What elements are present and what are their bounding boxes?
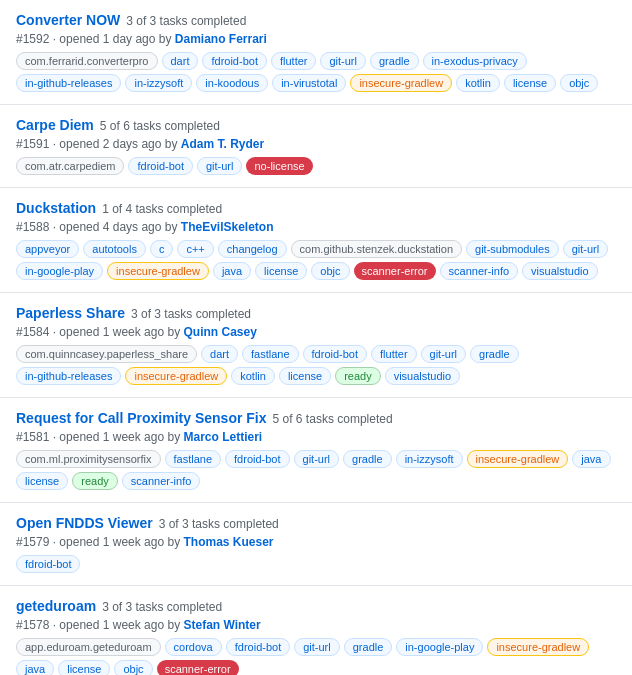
tag-fdroid-bot[interactable]: fdroid-bot: [16, 555, 80, 573]
author-link[interactable]: Adam T. Ryder: [181, 137, 264, 151]
tag-visualstudio[interactable]: visualstudio: [385, 367, 460, 385]
tag-objc[interactable]: objc: [311, 262, 349, 280]
tag-git-url[interactable]: git-url: [294, 450, 340, 468]
tag-fdroid-bot[interactable]: fdroid-bot: [303, 345, 367, 363]
issue-title[interactable]: geteduroam: [16, 598, 96, 614]
tag-flutter[interactable]: flutter: [371, 345, 417, 363]
tag-cordova[interactable]: cordova: [165, 638, 222, 656]
tags-container: appveyorautotoolscc++changelogcom.github…: [16, 240, 616, 280]
tag-appveyor[interactable]: appveyor: [16, 240, 79, 258]
issue-item-paperless-share: Paperless Share3 of 3 tasks completed#15…: [0, 293, 632, 398]
tag-git-url[interactable]: git-url: [421, 345, 467, 363]
tag-license[interactable]: license: [16, 472, 68, 490]
tag-in-github-releases[interactable]: in-github-releases: [16, 74, 121, 92]
tag-fdroid-bot[interactable]: fdroid-bot: [226, 638, 290, 656]
tag-autotools[interactable]: autotools: [83, 240, 146, 258]
tag-git-submodules[interactable]: git-submodules: [466, 240, 559, 258]
tag-flutter[interactable]: flutter: [271, 52, 317, 70]
tag-insecure-gradlew[interactable]: insecure-gradlew: [350, 74, 452, 92]
author-link[interactable]: Damiano Ferrari: [175, 32, 267, 46]
tag-com-ml-proximitysensorfix[interactable]: com.ml.proximitysensorfix: [16, 450, 161, 468]
tag-gradle[interactable]: gradle: [343, 450, 392, 468]
tag-in-virustotal[interactable]: in-virustotal: [272, 74, 346, 92]
tag-c--[interactable]: c++: [177, 240, 213, 258]
issue-title[interactable]: Carpe Diem: [16, 117, 94, 133]
tag-dart[interactable]: dart: [201, 345, 238, 363]
tag-fdroid-bot[interactable]: fdroid-bot: [128, 157, 192, 175]
tag-git-url[interactable]: git-url: [197, 157, 243, 175]
author-link[interactable]: Marco Lettieri: [183, 430, 262, 444]
issue-title[interactable]: Converter NOW: [16, 12, 120, 28]
author-link[interactable]: Thomas Kueser: [183, 535, 273, 549]
tag-java[interactable]: java: [572, 450, 610, 468]
tag-in-izzysoft[interactable]: in-izzysoft: [125, 74, 192, 92]
issue-meta: #1592 · opened 1 day ago by Damiano Ferr…: [16, 32, 616, 46]
author-link[interactable]: Stefan Winter: [183, 618, 260, 632]
tag-app-eduroam-geteduroam[interactable]: app.eduroam.geteduroam: [16, 638, 161, 656]
tag-objc[interactable]: objc: [560, 74, 598, 92]
tags-container: fdroid-bot: [16, 555, 616, 573]
tag-objc[interactable]: objc: [114, 660, 152, 675]
tag-git-url[interactable]: git-url: [320, 52, 366, 70]
issue-item-open-fndds-viewer: Open FNDDS Viewer3 of 3 tasks completed#…: [0, 503, 632, 586]
tag-kotlin[interactable]: kotlin: [231, 367, 275, 385]
tag-gradle[interactable]: gradle: [470, 345, 519, 363]
tag-license[interactable]: license: [255, 262, 307, 280]
issue-title[interactable]: Request for Call Proximity Sensor Fix: [16, 410, 267, 426]
tag-git-url[interactable]: git-url: [563, 240, 609, 258]
tag-ready[interactable]: ready: [72, 472, 118, 490]
tag-ready[interactable]: ready: [335, 367, 381, 385]
issue-item-request-call-proximity: Request for Call Proximity Sensor Fix5 o…: [0, 398, 632, 503]
tag-kotlin[interactable]: kotlin: [456, 74, 500, 92]
issue-title[interactable]: Duckstation: [16, 200, 96, 216]
tag-insecure-gradlew[interactable]: insecure-gradlew: [107, 262, 209, 280]
tag-changelog[interactable]: changelog: [218, 240, 287, 258]
issue-item-carpe-diem: Carpe Diem5 of 6 tasks completed#1591 · …: [0, 105, 632, 188]
tag-license[interactable]: license: [58, 660, 110, 675]
author-link[interactable]: Quinn Casey: [183, 325, 256, 339]
tag-c[interactable]: c: [150, 240, 174, 258]
tag-scanner-info[interactable]: scanner-info: [122, 472, 201, 490]
tag-java[interactable]: java: [16, 660, 54, 675]
tag-license[interactable]: license: [279, 367, 331, 385]
tag-fdroid-bot[interactable]: fdroid-bot: [225, 450, 289, 468]
issue-item-duckstation: Duckstation1 of 4 tasks completed#1588 ·…: [0, 188, 632, 293]
tag-insecure-gradlew[interactable]: insecure-gradlew: [125, 367, 227, 385]
task-count: 3 of 3 tasks completed: [131, 307, 251, 321]
task-count: 5 of 6 tasks completed: [100, 119, 220, 133]
tag-fdroid-bot[interactable]: fdroid-bot: [202, 52, 266, 70]
tag-com-ferrarid-converterpro[interactable]: com.ferrarid.converterpro: [16, 52, 158, 70]
tag-dart[interactable]: dart: [162, 52, 199, 70]
tag-in-koodous[interactable]: in-koodous: [196, 74, 268, 92]
tag-gradle[interactable]: gradle: [370, 52, 419, 70]
tag-fastlane[interactable]: fastlane: [165, 450, 222, 468]
tag-in-exodus-privacy[interactable]: in-exodus-privacy: [423, 52, 527, 70]
tag-in-google-play[interactable]: in-google-play: [16, 262, 103, 280]
tags-container: com.ml.proximitysensorfixfastlanefdroid-…: [16, 450, 616, 490]
tag-java[interactable]: java: [213, 262, 251, 280]
tag-no-license[interactable]: no-license: [246, 157, 312, 175]
tag-com-github-stenzek-duckstation[interactable]: com.github.stenzek.duckstation: [291, 240, 462, 258]
issue-item-geteduroam: geteduroam3 of 3 tasks completed#1578 · …: [0, 586, 632, 675]
tag-scanner-error[interactable]: scanner-error: [354, 262, 436, 280]
tag-visualstudio[interactable]: visualstudio: [522, 262, 597, 280]
tag-git-url[interactable]: git-url: [294, 638, 340, 656]
issue-title[interactable]: Open FNDDS Viewer: [16, 515, 153, 531]
tag-in-github-releases[interactable]: in-github-releases: [16, 367, 121, 385]
author-link[interactable]: TheEvilSkeleton: [181, 220, 274, 234]
tag-insecure-gradlew[interactable]: insecure-gradlew: [487, 638, 589, 656]
issue-meta: #1581 · opened 1 week ago by Marco Letti…: [16, 430, 616, 444]
tag-scanner-info[interactable]: scanner-info: [440, 262, 519, 280]
tag-com-quinncasey-paperless-share[interactable]: com.quinncasey.paperless_share: [16, 345, 197, 363]
tags-container: com.ferrarid.converterprodartfdroid-botf…: [16, 52, 616, 92]
tags-container: com.atr.carpediemfdroid-botgit-urlno-lic…: [16, 157, 616, 175]
tag-in-google-play[interactable]: in-google-play: [396, 638, 483, 656]
tag-gradle[interactable]: gradle: [344, 638, 393, 656]
tag-fastlane[interactable]: fastlane: [242, 345, 299, 363]
tag-com-atr-carpediem[interactable]: com.atr.carpediem: [16, 157, 124, 175]
tag-in-izzysoft[interactable]: in-izzysoft: [396, 450, 463, 468]
tag-license[interactable]: license: [504, 74, 556, 92]
issue-title[interactable]: Paperless Share: [16, 305, 125, 321]
tag-scanner-error[interactable]: scanner-error: [157, 660, 239, 675]
tag-insecure-gradlew[interactable]: insecure-gradlew: [467, 450, 569, 468]
